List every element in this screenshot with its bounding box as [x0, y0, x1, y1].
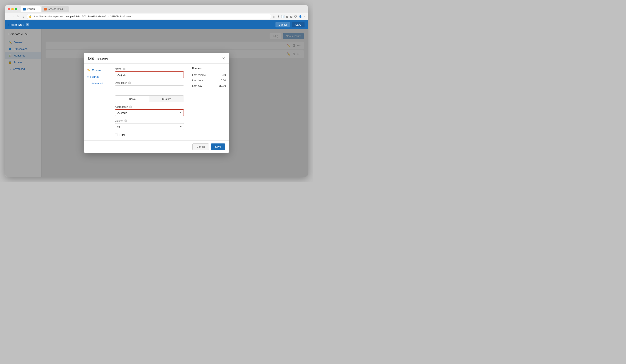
modal-nav-general-icon: ✏️ [87, 69, 90, 72]
grid-icon[interactable]: ⊟ [290, 15, 293, 18]
modal-title: Edit measure [88, 56, 108, 61]
aggregation-select[interactable]: Average Sum Count Min Max Count Distinct [115, 109, 184, 116]
preview-row-last-day: Last day 37.00 [192, 83, 226, 89]
title-bar: Visuals ✕ Apache Druid ✕ + [5, 5, 308, 13]
preview-label-last-hour: Last hour [192, 79, 203, 82]
name-form-group: Name ? [115, 68, 184, 78]
maximize-traffic-light[interactable] [15, 8, 17, 10]
filter-checkbox[interactable] [115, 134, 118, 136]
modal-nav-advanced-icon: … [87, 82, 90, 85]
app-header-right: Cancel Save [275, 22, 305, 27]
refresh-button[interactable]: ↻ [16, 14, 20, 19]
download-icon[interactable]: ⬇ [277, 15, 279, 18]
home-button[interactable]: ⌂ [22, 14, 25, 19]
preview-row-last-hour: Last hour 0.00 [192, 78, 226, 83]
info-icon: i [26, 23, 29, 26]
security-icon: 🔒 [29, 15, 32, 18]
aggregation-form-group: Aggregation ? Average Sum Count Min Max [115, 106, 184, 116]
column-form-group: Column ? val [115, 120, 184, 130]
mode-tab-switcher: Basic Custom [115, 95, 184, 102]
bookmarks-icon[interactable]: ☆ [273, 15, 275, 18]
modal-nav-advanced[interactable]: … Advanced [84, 80, 110, 87]
modal-overlay: Edit measure ✕ ✏️ General ≡ [5, 29, 308, 177]
traffic-lights [8, 8, 17, 10]
preview-value-last-minute: 0.00 [221, 74, 226, 77]
tab-bar: Visuals ✕ Apache Druid ✕ + [21, 6, 75, 12]
name-help-icon[interactable]: ? [123, 68, 125, 70]
preview-label-last-day: Last day [192, 84, 202, 87]
modal-close-button[interactable]: ✕ [222, 57, 225, 60]
modal-nav-general[interactable]: ✏️ General [84, 67, 110, 74]
tab-visuals[interactable]: Visuals ✕ [21, 6, 41, 12]
header-cancel-button[interactable]: Cancel [275, 22, 290, 27]
name-input[interactable] [115, 71, 184, 78]
back-button[interactable]: ‹ [8, 14, 10, 19]
new-tab-button[interactable]: + [70, 7, 75, 11]
nav-bar: ‹ › ↻ ⌂ 🔒 https://imply-sales.implycloud… [5, 13, 308, 20]
modal-cancel-button[interactable]: Cancel [193, 143, 209, 150]
header-save-button[interactable]: Save [292, 22, 305, 27]
modal-nav-advanced-label: Advanced [91, 82, 103, 85]
tab-visuals-label: Visuals [27, 8, 35, 10]
preview-panel: Preview Last minute 0.00 Last hour 0.00 … [189, 64, 229, 140]
basic-tab-button[interactable]: Basic [115, 96, 150, 102]
bar-chart-icon[interactable]: 📊 [281, 15, 285, 18]
modal-nav-general-label: General [92, 69, 101, 72]
profile-icon[interactable]: 👤 [299, 15, 302, 18]
tab-visuals-close[interactable]: ✕ [37, 8, 38, 10]
modal-nav-format-label: Format [90, 75, 99, 78]
app-title: Power Data [8, 23, 24, 26]
custom-tab-button[interactable]: Custom [150, 96, 184, 102]
description-form-group: Description ? [115, 81, 184, 92]
app-header-left: Power Data i [8, 23, 29, 26]
filter-row: Filter [115, 133, 184, 136]
browser-window: Visuals ✕ Apache Druid ✕ + ‹ › ↻ ⌂ 🔒 htt… [5, 5, 308, 177]
description-input[interactable] [115, 85, 184, 92]
column-label: Column ? [115, 120, 184, 122]
tab-apache-druid-close[interactable]: ✕ [65, 8, 66, 10]
browser-nav-icons: ☆ ⬇ 📊 ⊞ ⊟ 🛡 👤 ≡ [273, 15, 305, 18]
preview-value-last-hour: 0.00 [221, 79, 226, 82]
modal-save-button[interactable]: Save [211, 143, 225, 150]
modal-nav: ✏️ General ≡ Format … Advanced [84, 64, 110, 140]
tab-apache-druid[interactable]: Apache Druid ✕ [41, 6, 69, 12]
modal-body: ✏️ General ≡ Format … Advanced [84, 64, 229, 140]
preview-title: Preview [192, 67, 226, 70]
shield-icon[interactable]: 🛡 [294, 15, 297, 18]
modal-nav-format[interactable]: ≡ Format [84, 74, 110, 80]
modal-header: Edit measure ✕ [84, 53, 229, 64]
preview-value-last-day: 37.00 [219, 84, 226, 87]
app-header: Power Data i Cancel Save [5, 20, 308, 29]
forward-button[interactable]: › [12, 14, 14, 19]
edit-measure-modal: Edit measure ✕ ✏️ General ≡ [84, 53, 229, 153]
close-traffic-light[interactable] [8, 8, 10, 10]
content-area: Edit data cube ✏️ General 🔷 Dimensions 📊… [5, 29, 308, 177]
column-help-icon[interactable]: ? [124, 120, 127, 122]
app-container: Power Data i Cancel Save Edit data cube … [5, 20, 308, 177]
tab-apache-druid-label: Apache Druid [48, 8, 63, 10]
aggregation-help-icon[interactable]: ? [129, 106, 132, 108]
minimize-traffic-light[interactable] [11, 8, 14, 10]
column-select[interactable]: val [115, 123, 184, 130]
description-help-icon[interactable]: ? [128, 81, 131, 84]
preview-label-last-minute: Last minute [192, 74, 206, 77]
description-label: Description ? [115, 81, 184, 84]
modal-footer: Cancel Save [84, 140, 229, 153]
name-label: Name ? [115, 68, 184, 70]
filter-label: Filter [119, 133, 125, 136]
split-view-icon[interactable]: ⊞ [286, 15, 289, 18]
menu-icon[interactable]: ≡ [304, 15, 305, 18]
modal-form: Name ? Description ? [110, 64, 189, 140]
url-bar[interactable]: 🔒 https://imply-sales.implycloud.com/p/e… [27, 14, 271, 19]
aggregation-label: Aggregation ? [115, 106, 184, 108]
modal-nav-format-icon: ≡ [87, 75, 89, 78]
url-text: https://imply-sales.implycloud.com/p/e5d… [33, 15, 131, 18]
preview-row-last-minute: Last minute 0.00 [192, 72, 226, 78]
